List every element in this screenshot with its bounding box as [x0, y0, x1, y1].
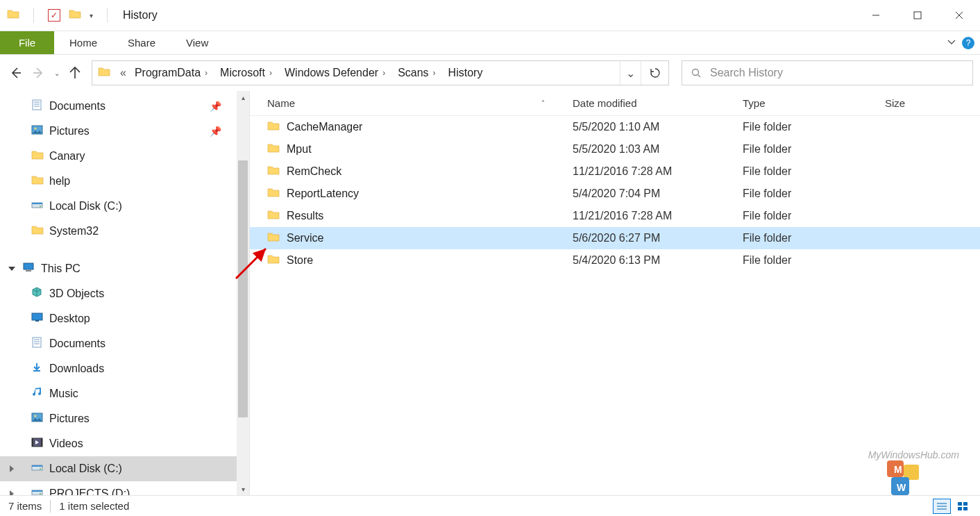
sidebar-item-label: Local Disk (C:) — [49, 463, 122, 475]
file-name: CacheManager — [287, 121, 362, 133]
file-tab[interactable]: File — [0, 31, 54, 54]
back-button[interactable] — [7, 65, 24, 81]
sidebar-item-desktop[interactable]: Desktop — [0, 306, 237, 331]
sidebar-item-documents[interactable]: Documents — [0, 331, 237, 356]
sidebar-item-local-disk-c-[interactable]: Local Disk (C:) — [0, 194, 237, 219]
file-row[interactable]: Mput 5/5/2020 1:03 AM File folder — [250, 138, 980, 160]
sidebar-item-label: Downloads — [49, 363, 104, 375]
tab-home[interactable]: Home — [54, 31, 112, 54]
file-row[interactable]: ReportLatency 5/4/2020 7:04 PM File fold… — [250, 183, 980, 205]
folder-icon — [267, 120, 280, 134]
svg-rect-35 — [958, 502, 962, 506]
search-input[interactable] — [710, 67, 972, 79]
drive-icon — [31, 487, 44, 495]
sidebar-item-videos[interactable]: Videos — [0, 431, 237, 456]
thumbnails-view-button[interactable] — [954, 499, 972, 514]
sidebar-scrollbar[interactable]: ▴ ▾ — [237, 91, 249, 495]
sidebar-item-downloads[interactable]: Downloads — [0, 356, 237, 381]
breadcrumb-history[interactable]: History — [444, 61, 487, 85]
minimize-button[interactable] — [855, 0, 897, 31]
ribbon-expand-icon[interactable] — [947, 37, 956, 49]
column-name[interactable]: Name ˄ — [267, 97, 573, 109]
scroll-up-icon[interactable]: ▴ — [237, 91, 249, 103]
address-history-dropdown[interactable]: ⌄ — [620, 61, 641, 85]
breadcrumb-programdata[interactable]: ProgramData› — [130, 61, 216, 85]
file-type: File folder — [743, 188, 885, 200]
details-view-button[interactable] — [933, 499, 951, 514]
column-type[interactable]: Type — [743, 97, 885, 109]
sidebar-item-label: Music — [49, 388, 78, 400]
help-button[interactable]: ? — [962, 37, 974, 49]
drive-icon — [31, 462, 44, 476]
qat-properties-icon[interactable]: ✓ — [48, 9, 60, 22]
sidebar-item-documents[interactable]: Documents 📌 — [0, 94, 237, 119]
up-button[interactable] — [67, 65, 83, 81]
folder-icon — [267, 165, 280, 178]
column-headers[interactable]: Name ˄ Date modified Type Size — [250, 91, 980, 116]
downloads-icon — [31, 362, 44, 376]
file-row[interactable]: CacheManager 5/5/2020 1:10 AM File folde… — [250, 116, 980, 138]
refresh-button[interactable] — [641, 61, 668, 85]
svg-rect-37 — [958, 507, 962, 510]
document-icon — [31, 337, 44, 351]
recent-locations-icon[interactable]: ⌄ — [54, 69, 60, 77]
sidebar-item-canary[interactable]: Canary — [0, 144, 237, 169]
forward-button[interactable] — [31, 65, 47, 81]
file-type: File folder — [743, 254, 885, 267]
file-row[interactable]: Service 5/6/2020 6:27 PM File folder — [250, 227, 980, 249]
tab-view[interactable]: View — [171, 31, 223, 54]
scroll-thumb[interactable] — [238, 160, 248, 417]
sidebar-item-label: 3D Objects — [49, 288, 104, 300]
svg-rect-20 — [914, 12, 921, 19]
file-date: 5/6/2020 6:27 PM — [573, 232, 743, 244]
qat-new-folder-icon[interactable] — [69, 8, 81, 22]
sidebar-item-local-disk-c-[interactable]: Local Disk (C:) — [0, 456, 237, 481]
file-row[interactable]: Store 5/4/2020 6:13 PM File folder — [250, 249, 980, 272]
sidebar-item-system32[interactable]: System32 — [0, 219, 237, 244]
sidebar-item-pictures[interactable]: Pictures — [0, 406, 237, 431]
file-type: File folder — [743, 143, 885, 156]
search-box[interactable] — [682, 60, 973, 85]
close-button[interactable] — [938, 0, 980, 31]
music-icon — [31, 387, 44, 401]
sidebar-item-music[interactable]: Music — [0, 381, 237, 406]
breadcrumb-microsoft[interactable]: Microsoft› — [216, 61, 280, 85]
navigation-row: ⌄ « ProgramData› Microsoft› Windows Defe… — [0, 55, 980, 91]
file-name: Mput — [287, 143, 312, 156]
navigation-pane[interactable]: Documents 📌 Pictures 📌 Canary help Local… — [0, 91, 237, 495]
breadcrumb-windows-defender[interactable]: Windows Defender› — [280, 61, 394, 85]
sidebar-item-projects-d-[interactable]: PROJECTS (D:) — [0, 481, 237, 495]
file-type: File folder — [743, 165, 885, 178]
maximize-button[interactable] — [897, 0, 938, 31]
breadcrumb-scans[interactable]: Scans› — [394, 61, 443, 85]
sidebar-item-3d-objects[interactable]: 3D Objects — [0, 281, 237, 306]
sidebar-item-label: help — [49, 175, 70, 188]
folder-icon — [31, 224, 44, 238]
pictures-icon — [31, 412, 44, 426]
ribbon: File Home Share View ? — [0, 31, 980, 55]
scroll-down-icon[interactable]: ▾ — [237, 483, 249, 495]
folder-icon — [267, 253, 280, 267]
sidebar-this-pc[interactable]: This PC — [0, 256, 237, 281]
breadcrumb-overflow-icon[interactable]: « — [116, 67, 130, 79]
file-type: File folder — [743, 210, 885, 222]
status-bar: 7 items 1 item selected — [0, 495, 980, 516]
file-row[interactable]: Results 11/21/2016 7:28 AM File folder — [250, 205, 980, 227]
column-date[interactable]: Date modified — [573, 97, 743, 109]
column-size[interactable]: Size — [885, 97, 980, 109]
file-date: 11/21/2016 7:28 AM — [573, 165, 743, 178]
file-name: Store — [287, 254, 313, 267]
sidebar-item-label: Documents — [49, 100, 105, 113]
folder-icon — [267, 209, 280, 223]
address-bar[interactable]: « ProgramData› Microsoft› Windows Defend… — [92, 60, 669, 85]
sidebar-item-label: This PC — [41, 263, 81, 275]
sidebar-item-label: Canary — [49, 150, 85, 163]
title-bar: ✓ ▾ History — [0, 0, 980, 31]
sidebar-item-help[interactable]: help — [0, 169, 237, 194]
sidebar-item-label: System32 — [49, 225, 99, 238]
tab-share[interactable]: Share — [112, 31, 171, 54]
qat-dropdown-icon[interactable]: ▾ — [90, 12, 93, 19]
file-row[interactable]: RemCheck 11/21/2016 7:28 AM File folder — [250, 160, 980, 183]
sidebar-item-pictures[interactable]: Pictures 📌 — [0, 119, 237, 144]
app-icon — [7, 8, 19, 22]
